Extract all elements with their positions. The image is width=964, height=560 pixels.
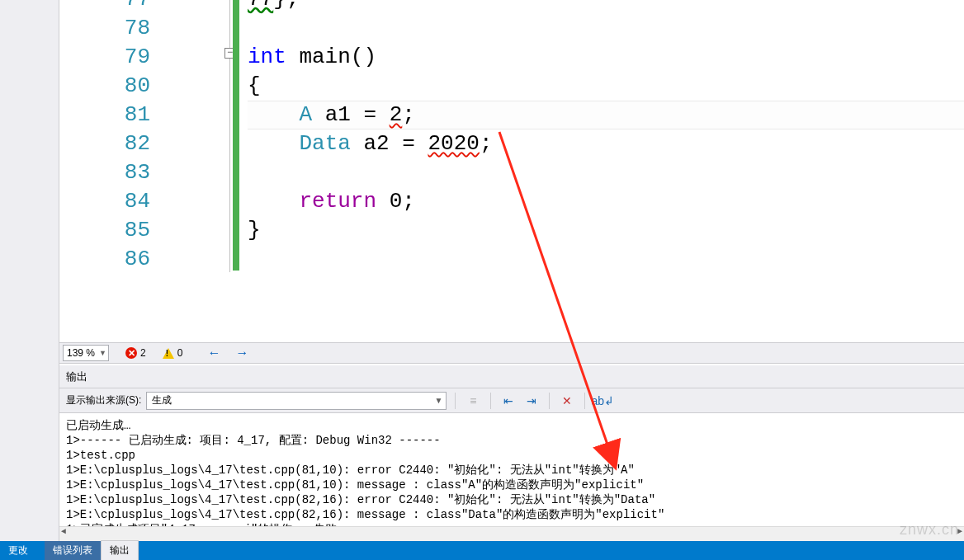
change-marker <box>233 0 239 271</box>
output-line: 1>E:\cplusplus_logs\4_17\test.cpp(82,16)… <box>66 507 957 522</box>
goto-message-button[interactable]: ≡ <box>464 392 482 410</box>
next-message-button[interactable]: ⇥ <box>522 392 541 410</box>
output-source-label: 显示输出来源(S): <box>66 393 141 407</box>
code-line: } <box>248 216 261 245</box>
line-number: 77 <box>59 0 165 14</box>
output-line: 1>------ 已启动生成: 项目: 4_17, 配置: Debug Win3… <box>66 433 957 448</box>
line-number: 81 <box>59 101 165 129</box>
output-line: 1>E:\cplusplus_logs\4_17\test.cpp(82,16)… <box>66 492 957 507</box>
code-line: { <box>248 72 261 101</box>
line-number: 86 <box>59 245 165 274</box>
output-line: 1>E:\cplusplus_logs\4_17\test.cpp(81,10)… <box>66 478 957 492</box>
line-number: 83 <box>59 158 165 187</box>
output-panel-title: 输出 <box>59 365 964 388</box>
zoom-combo[interactable]: 139 % ▼ <box>63 345 109 361</box>
code-line: 77}; <box>248 0 299 14</box>
code-line: return 0; <box>248 187 415 216</box>
output-source-combo[interactable]: 生成 ▼ <box>146 392 447 410</box>
code-content[interactable]: 77}; int main() { A a1 = 2; Data a2 = 20… <box>233 0 964 342</box>
error-icon: ✕ <box>125 347 137 359</box>
output-toolbar: 显示输出来源(S): 生成 ▼ ≡ ⇤ ⇥ ✕ ab↲ <box>59 388 964 413</box>
clear-output-button[interactable]: ✕ <box>558 392 576 410</box>
line-number: 79 <box>59 43 165 72</box>
bottom-tab-bar: 更改 错误列表 输出 <box>0 541 964 560</box>
line-number-gutter: 77 78 79 80 81 82 83 84 85 86 <box>59 0 165 342</box>
editor-status-bar: 139 % ▼ ✕ 2 0 ← → <box>59 342 964 364</box>
prev-message-button[interactable]: ⇤ <box>499 392 517 410</box>
word-wrap-button[interactable]: ab↲ <box>593 392 612 410</box>
line-number: 85 <box>59 216 165 245</box>
solution-explorer-collapsed[interactable] <box>0 0 59 544</box>
output-text[interactable]: 已启动生成… 1>------ 已启动生成: 项目: 4_17, 配置: Deb… <box>59 415 964 541</box>
line-number: 78 <box>59 14 165 43</box>
nav-forward-icon[interactable]: → <box>235 346 248 360</box>
horizontal-scrollbar[interactable] <box>59 526 964 541</box>
tab-output[interactable]: 输出 <box>101 540 139 560</box>
tab-changes[interactable]: 更改 <box>0 541 36 560</box>
line-number: 84 <box>59 187 165 216</box>
error-count[interactable]: ✕ 2 <box>125 347 146 359</box>
code-line: A a1 = 2; <box>248 101 415 129</box>
line-number: 82 <box>59 129 165 158</box>
code-line: Data a2 = 2020; <box>248 129 493 158</box>
warning-icon <box>163 348 174 359</box>
line-number: 80 <box>59 72 165 101</box>
chevron-down-icon: ▼ <box>434 396 442 405</box>
tab-error-list[interactable]: 错误列表 <box>45 541 101 560</box>
nav-back-icon[interactable]: ← <box>207 346 220 360</box>
output-line: 已启动生成… <box>66 418 957 433</box>
output-line: 1>test.cpp <box>66 448 957 463</box>
code-editor[interactable]: 77 78 79 80 81 82 83 84 85 86 − 77}; int… <box>59 0 964 342</box>
code-line: int main() <box>248 43 376 72</box>
watermark: znwx.cn <box>900 521 959 539</box>
chevron-down-icon: ▼ <box>99 349 106 357</box>
output-line: 1>E:\cplusplus_logs\4_17\test.cpp(81,10)… <box>66 463 957 478</box>
warning-count[interactable]: 0 <box>163 347 183 359</box>
zoom-value: 139 % <box>67 347 95 359</box>
